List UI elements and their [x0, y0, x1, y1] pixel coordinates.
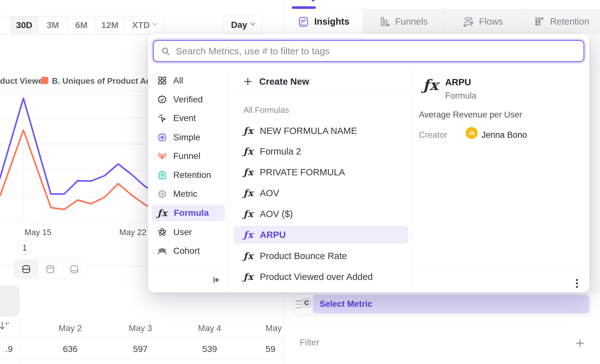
active-tab-indicator [292, 6, 316, 9]
formula-item[interactable]: ƒxProduct Viewed over Added [234, 268, 408, 286]
metric-detail-panel: ƒx ARPU Formula Average Revenue per User… [413, 70, 589, 293]
search-input[interactable] [176, 46, 577, 57]
formula-fx-icon: ƒx [243, 188, 254, 198]
add-filter-icon[interactable] [576, 339, 585, 348]
formula-fx-icon: ƒx [157, 208, 168, 218]
table-column-divider [19, 318, 19, 364]
chart-line-A [0, 98, 152, 194]
category-label: User [173, 227, 192, 237]
category-simple[interactable]: Simple [152, 129, 225, 146]
filter-section-label: Filter [300, 337, 319, 348]
formula-item[interactable]: ƒxFormula 2 [234, 143, 408, 160]
event-cursor-icon [157, 113, 167, 123]
legend-item-a[interactable]: duct Viewed [0, 76, 48, 86]
detail-creator-name: Jenna Bono [481, 130, 527, 140]
drag-handle-icon[interactable] [296, 300, 301, 308]
chevron-down-icon [250, 21, 255, 26]
flows-icon [462, 16, 474, 27]
range-button-3m[interactable]: 3M [38, 16, 67, 34]
table-header-cell: May [266, 320, 284, 337]
formula-item[interactable]: ƒxProduct Bounce Rate [234, 247, 408, 265]
table-cell: 636 [51, 341, 89, 358]
formula-item[interactable]: ƒxAOV [234, 184, 408, 202]
formula-fx-icon: ƒx [243, 271, 254, 282]
range-button-partial[interactable] [0, 16, 10, 34]
metric-card-partial [0, 286, 20, 317]
funnels-icon [379, 16, 390, 27]
table-cell-partial: .9 [0, 341, 13, 358]
granularity-dropdown[interactable]: Day [223, 16, 262, 34]
layout-toggle-group [14, 259, 87, 279]
layout-top-panel-button[interactable] [38, 260, 62, 278]
category-label: Funnel [173, 151, 200, 161]
range-button-12m[interactable]: 12M [95, 16, 124, 34]
formula-fx-icon: ƒx [243, 125, 254, 136]
formula-fx-icon: ƒx [243, 251, 254, 261]
chart-line-B [0, 130, 152, 209]
chart-axis-ticks [37, 223, 131, 226]
analytics-app: 30D 3M 6M 12M XTD Day duct Viewed B. Uni… [0, 0, 600, 364]
formula-name: PRIVATE FORMULA [260, 167, 345, 178]
range-button-xtd[interactable]: XTD [124, 16, 164, 34]
tab-insights[interactable]: Insights [284, 9, 363, 34]
sort-descending-icon[interactable] [0, 320, 10, 331]
category-label: Cohort [173, 246, 200, 256]
collapse-sidebar-button[interactable] [208, 272, 224, 288]
category-event[interactable]: Event [152, 110, 225, 126]
create-new-divider [229, 92, 413, 92]
category-label: Metric [173, 189, 197, 199]
formula-fx-icon: ƒx [243, 209, 254, 219]
legend-item-b[interactable]: B. Uniques of Product Add [52, 76, 156, 86]
layout-bottom-panel-button[interactable] [62, 260, 86, 278]
metric-row-card: C Select Metric [294, 293, 591, 315]
tab-retention[interactable]: Retention [522, 9, 600, 34]
tab-label: Flows [479, 16, 503, 27]
category-user[interactable]: User [152, 224, 225, 240]
detail-footer-divider [413, 267, 589, 267]
category-formula[interactable]: ƒx Formula [152, 205, 225, 221]
formula-fx-icon: ƒx [423, 76, 438, 94]
category-retention[interactable]: Retention [152, 167, 225, 183]
search-field-wrap [153, 40, 584, 62]
x-axis-label: May 15 [18, 228, 58, 237]
formula-item[interactable]: ƒxAOV ($) [234, 205, 408, 223]
layout-split-horizontal-button[interactable] [14, 260, 38, 278]
report-type-tabs: Insights Funnels Flows [284, 9, 600, 34]
verified-badge-icon [157, 95, 167, 104]
formula-item-selected[interactable]: ƒxARPU [234, 226, 408, 244]
tab-funnels[interactable]: Funnels [363, 9, 443, 34]
page-number-button[interactable]: 1 [18, 241, 31, 255]
top-panel-icon [45, 264, 55, 274]
create-new-button[interactable]: Create New [243, 73, 309, 90]
detail-metric-type: Formula [445, 91, 476, 101]
formula-item[interactable]: ƒxNEW FORMULA NAME [234, 122, 408, 140]
split-horizontal-icon [21, 264, 31, 274]
category-verified[interactable]: Verified [152, 91, 225, 108]
category-all[interactable]: All [152, 72, 225, 89]
range-button-30d[interactable]: 30D [10, 16, 39, 34]
user-cluster-icon [157, 228, 167, 237]
formula-fx-icon: ƒx [243, 167, 254, 178]
category-funnel[interactable]: Funnel [152, 148, 225, 164]
category-metric[interactable]: Metric [152, 186, 225, 202]
tab-flows[interactable]: Flows [443, 9, 522, 34]
category-label: Formula [174, 208, 209, 218]
formula-name: NEW FORMULA NAME [260, 126, 357, 136]
metric-list-column: Create New All Formulas ƒxNEW FORMULA NA… [229, 70, 413, 293]
range-button-6m[interactable]: 6M [67, 16, 95, 34]
more-options-button[interactable] [570, 276, 584, 290]
category-cohort[interactable]: Cohort [152, 243, 225, 259]
select-metric-field[interactable]: Select Metric [313, 295, 589, 313]
table-row-divider [0, 337, 284, 337]
formula-name: AOV ($) [260, 209, 293, 219]
table-row-divider [0, 359, 284, 359]
plus-icon [243, 77, 252, 86]
chevron-down-icon [152, 21, 157, 26]
formula-name: Product Bounce Rate [260, 251, 347, 261]
sidebar-footer-divider [148, 266, 229, 266]
table-header-cell: May 4 [191, 320, 229, 337]
row-letter-badge[interactable]: C [302, 298, 312, 308]
formula-name: Product Viewed over Added [260, 272, 373, 282]
formula-item[interactable]: ƒxPRIVATE FORMULA [234, 163, 408, 181]
cohort-people-icon [157, 246, 167, 256]
